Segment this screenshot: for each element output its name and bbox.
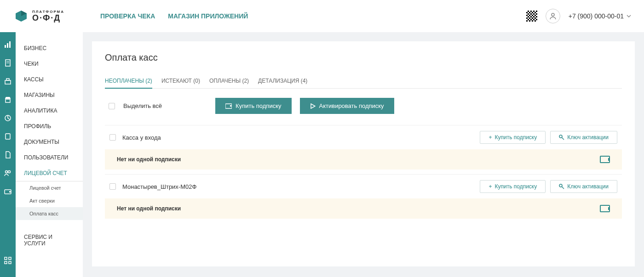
logo-mark-icon bbox=[14, 9, 29, 23]
svg-rect-13 bbox=[6, 134, 10, 139]
svg-rect-4 bbox=[7, 43, 8, 48]
sidebar-item-analytics[interactable]: АНАЛИТИКА bbox=[16, 103, 83, 119]
warning-row: Нет ни одной подписки bbox=[105, 198, 622, 219]
svg-rect-10 bbox=[6, 79, 9, 80]
svg-rect-23 bbox=[9, 261, 11, 264]
svg-rect-20 bbox=[5, 257, 7, 260]
select-all-checkbox[interactable] bbox=[109, 103, 115, 109]
svg-point-16 bbox=[6, 171, 8, 173]
rail-business-icon[interactable] bbox=[4, 40, 12, 49]
row-checkbox[interactable] bbox=[109, 183, 116, 190]
row-key-button[interactable]: Ключ активации bbox=[550, 131, 617, 144]
tab-expiring[interactable]: ИСТЕКАЮТ (0) bbox=[161, 74, 200, 88]
register-name: Монастырев_Штрих-М02Ф bbox=[122, 183, 196, 190]
sidebar-item-profile[interactable]: ПРОФИЛЬ bbox=[16, 119, 83, 134]
sidebar-item-business[interactable]: БИЗНЕС bbox=[16, 40, 83, 56]
header: ПЛАТФОРМА О·Ф·Д ПРОВЕРКА ЧЕКА МАГАЗИН ПР… bbox=[0, 0, 644, 32]
tabs: НЕОПЛАЧЕНЫ (2) ИСТЕКАЮТ (0) ОПЛАЧЕНЫ (2)… bbox=[105, 74, 622, 89]
svg-line-28 bbox=[562, 137, 564, 140]
svg-rect-9 bbox=[5, 80, 11, 84]
svg-point-17 bbox=[8, 171, 11, 173]
register-row: Касса у входа + Купить подписку Ключ акт… bbox=[105, 125, 622, 149]
rail-registers-icon[interactable] bbox=[4, 77, 12, 85]
sidebar-sub-reconciliation[interactable]: Акт сверки bbox=[16, 194, 83, 207]
nav-app-store[interactable]: МАГАЗИН ПРИЛОЖЕНИЙ bbox=[168, 12, 248, 20]
rail-services-icon[interactable] bbox=[4, 256, 12, 265]
svg-rect-19 bbox=[9, 191, 11, 192]
sidebar-sub-payment[interactable]: Оплата касс bbox=[16, 207, 83, 220]
warning-row: Нет ни одной подписки bbox=[105, 149, 622, 170]
sidebar-item-users[interactable]: ПОЛЬЗОВАТЕЛИ bbox=[16, 150, 83, 165]
select-all-label: Выделить всё bbox=[123, 102, 162, 109]
sidebar: БИЗНЕС ЧЕКИ КАССЫ МАГАЗИНЫ АНАЛИТИКА ПРО… bbox=[16, 32, 83, 277]
wallet-empty-icon bbox=[600, 205, 610, 212]
rail-receipts-icon[interactable] bbox=[4, 59, 12, 67]
sidebar-item-documents[interactable]: ДОКУМЕНТЫ bbox=[16, 134, 83, 150]
sidebar-item-account[interactable]: ЛИЦЕВОЙ СЧЕТ bbox=[16, 165, 83, 181]
play-icon bbox=[310, 103, 316, 109]
sidebar-item-services[interactable]: СЕРВИС И УСЛУГИ bbox=[16, 229, 83, 251]
row-buy-button[interactable]: + Купить подписку bbox=[480, 131, 546, 144]
chevron-down-icon bbox=[627, 15, 631, 17]
sidebar-item-registers[interactable]: КАССЫ bbox=[16, 72, 83, 87]
avatar[interactable] bbox=[546, 9, 560, 23]
warning-text: Нет ни одной подписки bbox=[117, 205, 181, 212]
sidebar-sub-account[interactable]: Лицевой счет bbox=[16, 181, 83, 194]
svg-rect-25 bbox=[230, 105, 231, 107]
plus-icon: + bbox=[489, 134, 492, 141]
svg-line-30 bbox=[562, 187, 564, 189]
sidebar-item-stores[interactable]: МАГАЗИНЫ bbox=[16, 87, 83, 103]
main: Оплата касс НЕОПЛАЧЕНЫ (2) ИСТЕКАЮТ (0) … bbox=[83, 32, 644, 277]
activate-subscription-button[interactable]: Активировать подписку bbox=[300, 98, 394, 114]
svg-marker-26 bbox=[311, 104, 315, 108]
row-key-button[interactable]: Ключ активации bbox=[550, 180, 617, 193]
svg-rect-11 bbox=[6, 99, 10, 102]
register-row: Монастырев_Штрих-М02Ф + Купить подписку … bbox=[105, 174, 622, 198]
tab-unpaid[interactable]: НЕОПЛАЧЕНЫ (2) bbox=[105, 74, 152, 89]
logo-text: ПЛАТФОРМА О·Ф·Д bbox=[32, 10, 64, 22]
rail-analytics-icon[interactable] bbox=[4, 114, 12, 122]
rail-account-icon[interactable] bbox=[4, 187, 12, 196]
nav-check-receipt[interactable]: ПРОВЕРКА ЧЕКА bbox=[100, 12, 155, 20]
tab-details[interactable]: ДЕТАЛИЗАЦИЯ (4) bbox=[258, 74, 307, 88]
svg-rect-5 bbox=[9, 41, 11, 48]
icon-rail bbox=[0, 32, 16, 277]
page-title: Оплата касс bbox=[105, 52, 622, 63]
key-icon bbox=[559, 135, 564, 140]
svg-rect-22 bbox=[5, 261, 7, 264]
wallet-empty-icon bbox=[600, 156, 610, 163]
bulk-actions: Выделить всё Купить подписку Активироват… bbox=[105, 98, 622, 114]
register-name: Касса у входа bbox=[122, 134, 161, 141]
rail-stores-icon[interactable] bbox=[4, 96, 12, 104]
wallet-icon bbox=[225, 103, 232, 109]
top-nav: ПРОВЕРКА ЧЕКА МАГАЗИН ПРИЛОЖЕНИЙ bbox=[100, 12, 248, 20]
rail-profile-icon[interactable] bbox=[4, 132, 12, 141]
rail-users-icon[interactable] bbox=[4, 169, 12, 177]
rail-documents-icon[interactable] bbox=[4, 151, 12, 159]
svg-rect-21 bbox=[9, 257, 11, 260]
phone-dropdown[interactable]: +7 (900) 000-00-01 bbox=[569, 12, 631, 20]
svg-point-2 bbox=[552, 13, 554, 16]
tab-paid[interactable]: ОПЛАЧЕНЫ (2) bbox=[209, 74, 249, 88]
key-icon bbox=[559, 184, 564, 189]
buy-subscription-button[interactable]: Купить подписку bbox=[215, 98, 291, 114]
row-buy-button[interactable]: + Купить подписку bbox=[480, 180, 546, 193]
row-checkbox[interactable] bbox=[109, 134, 116, 141]
plus-icon: + bbox=[489, 183, 492, 190]
qr-icon[interactable] bbox=[526, 11, 537, 22]
logo[interactable]: ПЛАТФОРМА О·Ф·Д bbox=[14, 9, 83, 23]
svg-rect-3 bbox=[5, 45, 6, 48]
sidebar-item-receipts[interactable]: ЧЕКИ bbox=[16, 56, 83, 72]
warning-text: Нет ни одной подписки bbox=[117, 156, 181, 163]
